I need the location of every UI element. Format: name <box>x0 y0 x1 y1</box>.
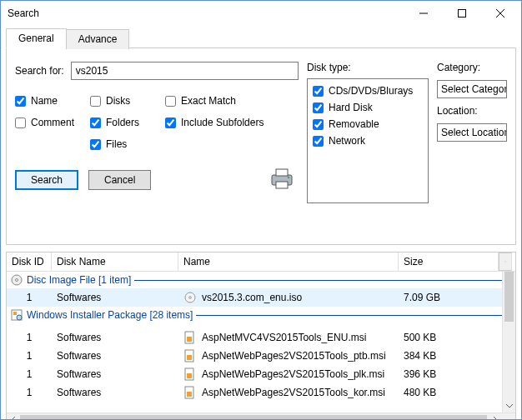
svg-rect-6 <box>276 182 288 188</box>
scrollbar-thumb[interactable] <box>504 272 514 322</box>
checkbox-exact-match[interactable]: Exact Match <box>165 90 299 112</box>
disc-image-icon <box>10 273 23 287</box>
close-button[interactable] <box>481 1 519 26</box>
svg-point-9 <box>16 279 18 282</box>
cancel-button[interactable]: Cancel <box>88 170 151 190</box>
disk-type-hard-disk[interactable]: Hard Disk <box>313 99 423 116</box>
scroll-down-arrow[interactable] <box>503 399 515 412</box>
tab-advance[interactable]: Advance <box>66 29 130 49</box>
horizontal-scrollbar[interactable] <box>7 412 515 420</box>
category-label: Category: <box>437 62 507 73</box>
disk-type-cds[interactable]: CDs/DVDs/Blurays <box>313 82 423 99</box>
scroll-up-arrow[interactable] <box>499 252 512 271</box>
titlebar[interactable]: Search <box>1 1 521 26</box>
disk-type-label: Disk type: <box>307 62 429 73</box>
svg-rect-22 <box>187 392 192 397</box>
printer-icon[interactable] <box>269 167 295 192</box>
category-select[interactable]: Select Category <box>437 80 507 98</box>
col-name[interactable]: Name <box>178 252 399 271</box>
group-msi[interactable]: Windows Installer Package [28 items] <box>7 307 515 323</box>
tab-general[interactable]: General <box>6 28 67 48</box>
table-row[interactable]: 1 Softwares AspNetMVC4VS2015Tools_ENU.ms… <box>7 328 515 347</box>
tab-bar: General Advance <box>6 28 516 48</box>
scrollbar-thumb[interactable] <box>20 415 487 420</box>
checkbox-name[interactable]: Name <box>15 90 90 112</box>
msi-file-icon <box>183 386 197 399</box>
msi-package-icon <box>10 308 23 322</box>
svg-point-11 <box>189 297 192 299</box>
svg-rect-1 <box>459 10 466 18</box>
search-for-label: Search for: <box>15 65 64 77</box>
svg-rect-13 <box>13 312 17 315</box>
search-input[interactable] <box>71 62 299 80</box>
checkbox-comment[interactable]: Comment <box>15 112 90 133</box>
maximize-button[interactable] <box>443 1 481 26</box>
svg-rect-20 <box>187 373 192 378</box>
svg-point-7 <box>288 177 289 178</box>
svg-point-14 <box>17 315 22 320</box>
table-row[interactable]: 1 Softwares AspNetWebPages2VS2015Tools_p… <box>7 365 515 383</box>
vertical-scrollbar[interactable] <box>502 272 515 412</box>
scroll-right-arrow[interactable] <box>489 413 502 420</box>
svg-rect-16 <box>187 337 192 342</box>
msi-file-icon <box>183 368 197 381</box>
disk-type-network[interactable]: Network <box>313 132 423 149</box>
grid-header: Disk ID Disk Name Name Size <box>7 252 515 272</box>
location-select[interactable]: Select Location <box>437 123 507 142</box>
checkbox-folders[interactable]: Folders <box>90 112 165 133</box>
checkbox-disks[interactable]: Disks <box>90 90 165 112</box>
col-disk-name[interactable]: Disk Name <box>52 252 178 271</box>
search-panel: Search for: Name Disks Exact Match Comme… <box>6 48 516 245</box>
svg-rect-5 <box>276 169 288 176</box>
window-title: Search <box>8 8 39 19</box>
location-label: Location: <box>437 105 507 117</box>
checkbox-include-subfolders[interactable]: Include Subfolders <box>165 112 299 133</box>
svg-rect-18 <box>187 355 192 360</box>
table-row[interactable]: 1 Softwares vs2015.3.com_enu.iso 7.09 GB <box>7 288 515 307</box>
col-disk-id[interactable]: Disk ID <box>7 252 52 271</box>
minimize-button[interactable] <box>404 1 443 26</box>
checkbox-files[interactable]: Files <box>90 133 165 155</box>
scroll-left-arrow[interactable] <box>7 413 20 420</box>
col-size[interactable]: Size <box>399 252 499 271</box>
iso-file-icon <box>183 291 197 304</box>
msi-file-icon <box>183 331 197 344</box>
group-disc-image[interactable]: Disc Image File [1 item] <box>7 272 515 288</box>
table-row[interactable]: 1 Softwares AspNetWebPages2VS2015Tools_p… <box>7 347 515 365</box>
search-button[interactable]: Search <box>15 170 78 190</box>
msi-file-icon <box>183 349 197 362</box>
disk-type-listbox[interactable]: CDs/DVDs/Blurays Hard Disk Removable Net… <box>307 78 429 203</box>
disk-type-removable[interactable]: Removable <box>313 116 423 132</box>
results-grid: Disk ID Disk Name Name Size Disc Image F… <box>6 252 516 420</box>
table-row[interactable]: 1 Softwares AspNetWebPages2VS2015Tools_k… <box>7 383 515 402</box>
